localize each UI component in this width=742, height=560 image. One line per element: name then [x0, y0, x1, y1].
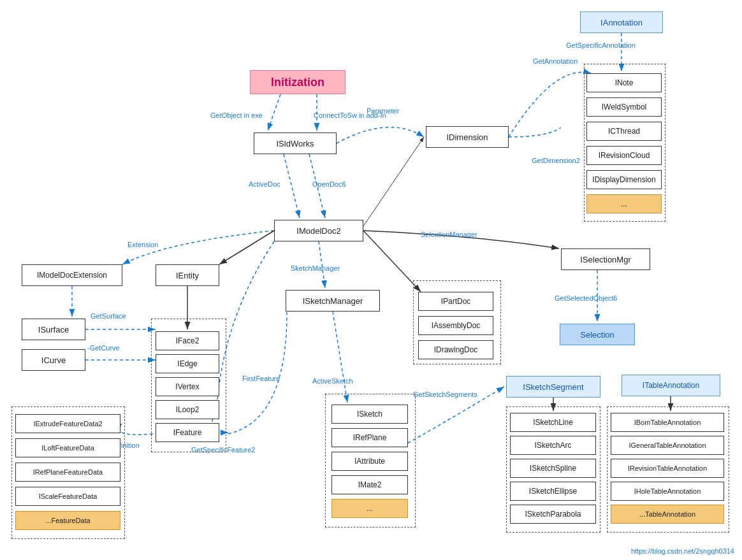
diagram: GetObject in exe ConnectToSw in add-In A… — [0, 0, 742, 560]
box-iannotation: IAnnotation — [580, 11, 663, 33]
svg-line-2 — [268, 94, 280, 131]
box-iassemblydoc: IAssemblyDoc — [418, 316, 493, 335]
svg-line-4 — [284, 154, 300, 218]
box-iface2: IFace2 — [156, 331, 219, 350]
box-imate2: IMate2 — [331, 475, 408, 494]
box-isketch: ISketch — [331, 405, 408, 424]
box-sketch-dots: ... — [331, 499, 408, 518]
watermark: https://blog.csdn.net/2sngqh0314 — [631, 547, 734, 555]
label-getobject: GetObject in exe — [210, 111, 263, 119]
box-ifeature: IFeature — [156, 423, 219, 442]
box-irefplane: IRefPlane — [331, 428, 408, 447]
box-idrawingdoc: IDrawingDoc — [418, 340, 493, 359]
label-sketchmanager: SketchManager — [291, 264, 340, 272]
box-irevisiontableannotation: IRevisionTableAnnotation — [611, 459, 724, 478]
box-ientity: IEntity — [156, 264, 219, 286]
label-firstfeature: FirstFeature — [242, 375, 280, 382]
box-iloop2: ILoop2 — [156, 400, 219, 419]
box-tableannotation-dots: ...TableAnnotation — [611, 505, 724, 524]
label-getcurve: -GetCurve — [87, 344, 120, 352]
label-parameter: Parameter — [367, 107, 399, 115]
box-annotation-dots: ... — [586, 194, 662, 213]
box-isldworks: ISldWorks — [254, 133, 337, 154]
box-irefplanefeaturedata: IRefPlaneFeatureData — [15, 463, 120, 482]
box-ipartdoc: IPartDoc — [418, 292, 493, 311]
box-icurve: ICurve — [22, 349, 85, 371]
box-icthread: ICThread — [586, 122, 662, 141]
label-getdimension2: GetDimension2 — [532, 157, 580, 164]
svg-line-18 — [363, 231, 421, 292]
label-activesketch: ActiveSketch — [312, 377, 353, 385]
box-iedge: IEdge — [156, 354, 219, 373]
svg-line-15 — [333, 312, 347, 403]
box-iloftfeaturedata: ILoftFeatureData — [15, 438, 120, 457]
box-igeneraltableannotation: IGeneralTableAnnotation — [611, 436, 724, 455]
box-idisplaydimension: IDisplayDimension — [586, 170, 662, 189]
box-isketchellipse: ISketchEllipse — [510, 482, 596, 501]
box-idimension: IDimension — [426, 126, 509, 148]
box-ivertex: IVertex — [156, 377, 219, 396]
box-itableannotation: ITableAnnotation — [622, 375, 720, 396]
box-iholetableannotation: IHoleTableAnnotation — [611, 482, 724, 501]
box-imodeldoc2: IModelDoc2 — [274, 220, 363, 241]
box-irevisioncloud: IRevisionCloud — [586, 146, 662, 165]
label-getsurface: GetSurface — [91, 312, 126, 320]
box-imodeldocextension: IModelDocExtension — [22, 264, 122, 286]
label-getselectedobject6: GetSelectedObject6 — [555, 294, 617, 302]
box-iweldsymbol: IWeldSymbol — [586, 97, 662, 117]
label-getsketchsegments: GetSketchSegments — [413, 391, 477, 398]
box-isketchsegment: ISketchSegment — [506, 376, 600, 398]
box-selection: Selection — [560, 324, 635, 345]
label-getannotation: GetAnnotation — [533, 57, 578, 65]
box-isketchmanager: ISketchManager — [286, 290, 380, 312]
svg-line-6 — [219, 231, 274, 264]
label-activedoc: ActiveDoc — [249, 180, 280, 188]
label-selectionmanager: SelectionManager — [421, 231, 477, 238]
box-initization: Initization — [250, 70, 346, 94]
box-isketchline: ISketchLine — [510, 413, 596, 432]
box-iextrudefeaturedata2: IExtrudeFeatureData2 — [15, 414, 120, 433]
box-isurface: ISurface — [22, 319, 85, 340]
svg-line-9 — [363, 137, 424, 226]
box-isketchparabola: ISketchParabola — [510, 505, 596, 524]
box-isketchspline: ISketchSpline — [510, 459, 596, 478]
box-isketcharc: ISketchArc — [510, 436, 596, 455]
box-ibomtableannotation: IBomTableAnnotation — [611, 413, 724, 432]
box-iattribute: IAttribute — [331, 452, 408, 471]
label-extension: Extension — [127, 241, 158, 248]
label-getspecificannotation: GetSpecificAnnotation — [566, 41, 636, 49]
label-opendoc6: OpenDoc6 — [312, 180, 346, 188]
box-iscalefeaturedata: IScaleFeatureData — [15, 487, 120, 506]
box-inote: INote — [586, 73, 662, 92]
box-iselectionmgr: ISelectionMgr — [561, 248, 650, 270]
box-featuredata-dots: ...FeatureData — [15, 511, 120, 530]
